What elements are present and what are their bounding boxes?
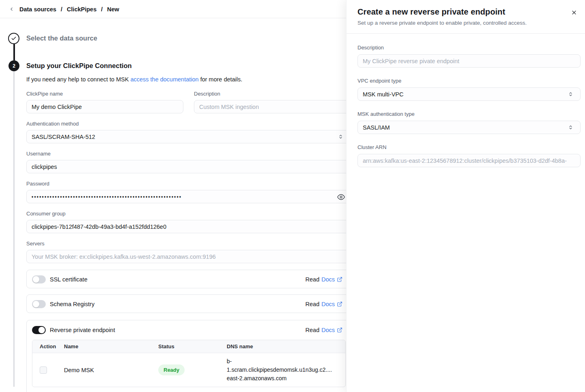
help-text-suffix: for more details. <box>199 76 243 83</box>
external-link-icon[interactable] <box>337 277 342 282</box>
clickpipes-setup-page: Data sources / ClickPipes / New 2 Select… <box>0 0 585 392</box>
show-password-button[interactable] <box>336 192 345 201</box>
breadcrumb-item-clickpipes[interactable]: ClickPipes <box>67 6 96 13</box>
close-icon <box>571 9 577 16</box>
password-label: Password <box>26 181 49 187</box>
external-link-icon[interactable] <box>337 301 342 307</box>
back-button[interactable] <box>7 5 15 13</box>
step-2-title: Setup your ClickPipe Connection <box>26 62 132 70</box>
auth-method-value: SASL/SCRAM-SHA-512 <box>32 134 95 140</box>
panel-header-divider <box>347 33 585 34</box>
step-1-label: Select the data source <box>26 34 97 42</box>
row-select-checkbox[interactable] <box>40 366 47 374</box>
description-input[interactable] <box>194 100 351 113</box>
chevron-up-down-icon <box>568 124 574 130</box>
consumer-group-label: Consumer group <box>26 211 66 217</box>
dns-line: east-2.amazonaws.com <box>227 374 342 383</box>
username-input[interactable] <box>26 160 351 173</box>
reverse-endpoint-label: Reverse private endpoint <box>50 327 115 333</box>
reverse-endpoint-row: Reverse private endpoint Read Docs <box>27 320 350 340</box>
auth-method-label: Authentication method <box>26 121 79 127</box>
chevron-up-down-icon <box>568 91 574 97</box>
endpoint-name-cell: Demo MSK <box>64 367 158 373</box>
create-endpoint-panel: Create a new reverse private endpoint Se… <box>346 0 585 392</box>
column-header-name: Name <box>64 343 158 349</box>
clickpipe-name-label: ClickPipe name <box>26 91 63 97</box>
reverse-read-docs: Read Docs <box>305 320 342 340</box>
panel-subtitle: Set up a reverse private endpoint to ena… <box>357 20 527 26</box>
step-1-complete-indicator <box>8 33 19 44</box>
read-label: Read <box>305 327 319 333</box>
docs-link[interactable]: Docs <box>321 327 335 333</box>
toggle-knob <box>33 301 39 307</box>
panel-title: Create a new reverse private endpoint <box>357 7 505 17</box>
docs-link[interactable]: Docs <box>321 276 335 283</box>
password-input[interactable] <box>26 190 351 203</box>
column-header-action: Action <box>40 343 64 349</box>
dns-line: b- <box>227 357 342 366</box>
toggle-knob <box>38 327 45 333</box>
toggle-knob <box>33 276 39 283</box>
schema-registry-row: Schema Registry Read Docs <box>27 295 350 313</box>
check-icon <box>11 36 17 41</box>
schema-registry-label: Schema Registry <box>50 301 94 307</box>
clickpipe-name-input[interactable] <box>26 100 183 113</box>
chevron-up-down-icon <box>338 134 344 140</box>
help-text: If you need any help to connect to MSK a… <box>26 76 243 83</box>
read-label: Read <box>305 276 319 283</box>
docs-link[interactable]: Docs <box>321 301 335 307</box>
stepper-connector-done <box>13 44 15 60</box>
msk-auth-type-select[interactable]: SASL/IAM <box>357 121 581 134</box>
ssl-read-docs: Read Docs <box>305 270 342 289</box>
column-header-status: Status <box>158 343 227 349</box>
column-header-dns-name: DNS name <box>227 343 345 349</box>
ssl-certificate-label: SSL certificate <box>50 276 87 283</box>
reverse-endpoint-toggle[interactable] <box>32 326 46 334</box>
help-text-prefix: If you need any help to connect to MSK <box>26 76 130 83</box>
breadcrumb: Data sources / ClickPipes / New <box>19 0 119 18</box>
auth-method-select[interactable]: SASL/SCRAM-SHA-512 <box>26 130 351 143</box>
eye-icon <box>337 193 345 201</box>
breadcrumb-separator: / <box>61 6 62 13</box>
breadcrumb-item-new: New <box>107 6 119 13</box>
ssl-certificate-row: SSL certificate Read Docs <box>27 270 350 289</box>
schema-registry-card: Schema Registry Read Docs <box>26 294 351 313</box>
servers-label: Servers <box>26 241 45 247</box>
description-label: Description <box>194 91 220 97</box>
endpoints-table: Action Name Status DNS name Demo MSK Rea… <box>32 340 346 387</box>
close-panel-button[interactable] <box>568 7 580 18</box>
msk-auth-type-label: MSK authentication type <box>357 111 415 117</box>
consumer-group-input[interactable] <box>26 220 351 233</box>
dns-line: 1.scram.clickpipesdemomsk.u1n3ug.c2.... <box>227 366 342 374</box>
panel-description-label: Description <box>357 45 384 51</box>
breadcrumb-separator: / <box>101 6 102 13</box>
cluster-arn-input[interactable] <box>357 154 581 167</box>
stepper-connector-pending <box>13 71 15 387</box>
breadcrumb-bar: Data sources / ClickPipes / New <box>0 0 346 18</box>
vpc-endpoint-type-value: MSK multi-VPC <box>363 91 404 98</box>
msk-auth-type-value: SASL/IAM <box>363 124 390 131</box>
documentation-link[interactable]: access the documentation <box>130 76 198 83</box>
table-row: Demo MSK Ready b- 1.scram.clickpipesdemo… <box>32 353 345 387</box>
schema-registry-toggle[interactable] <box>32 300 46 308</box>
dns-name-cell: b- 1.scram.clickpipesdemomsk.u1n3ug.c2..… <box>227 357 345 383</box>
vpc-endpoint-type-label: VPC endpoint type <box>357 78 401 84</box>
schema-read-docs: Read Docs <box>305 295 342 313</box>
panel-description-input[interactable] <box>357 54 581 68</box>
ssl-certificate-toggle[interactable] <box>32 275 46 283</box>
breadcrumb-item-data-sources[interactable]: Data sources <box>19 6 56 13</box>
servers-input[interactable] <box>26 250 351 263</box>
read-label: Read <box>305 301 319 307</box>
step-2-indicator: 2 <box>9 60 19 71</box>
reverse-private-endpoint-card: Reverse private endpoint Read Docs Actio… <box>26 320 351 392</box>
endpoints-table-header: Action Name Status DNS name <box>32 340 345 353</box>
vpc-endpoint-type-select[interactable]: MSK multi-VPC <box>357 87 581 101</box>
external-link-icon[interactable] <box>337 327 342 333</box>
ssl-certificate-card: SSL certificate Read Docs <box>26 270 351 288</box>
chevron-left-icon <box>9 6 14 12</box>
cluster-arn-label: Cluster ARN <box>357 144 387 150</box>
status-badge: Ready <box>158 364 185 375</box>
username-label: Username <box>26 151 51 157</box>
